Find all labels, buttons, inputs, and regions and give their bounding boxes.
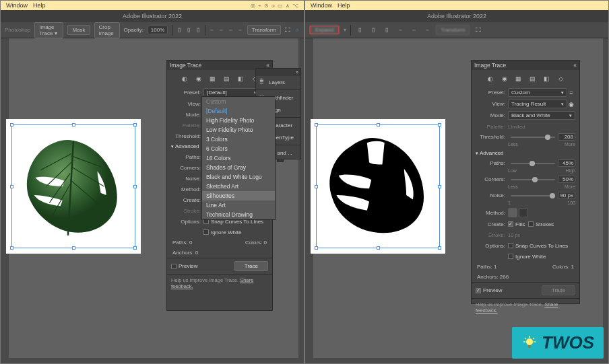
transform-button[interactable]: Transform <box>436 25 470 35</box>
threshold-value-field[interactable]: 208 <box>558 133 575 141</box>
handle-icon[interactable] <box>438 123 441 126</box>
preview-checkbox[interactable]: Preview <box>476 287 502 293</box>
distribute-icon[interactable]: ⎓ <box>422 26 432 35</box>
view-select[interactable]: Tracing Result▾ <box>508 100 567 108</box>
preset-option-shades-gray[interactable]: Shades of Gray <box>202 163 275 172</box>
opacity-value-field[interactable]: 100% <box>148 26 168 34</box>
handle-icon[interactable] <box>133 185 137 188</box>
distribute-icon[interactable]: ⎓ <box>395 26 405 35</box>
align-icon[interactable]: ▯ <box>382 26 391 35</box>
outline-icon[interactable]: ◇ <box>556 74 565 83</box>
menu-help[interactable]: Help <box>338 2 350 9</box>
fullscreen-icon[interactable]: ⛶ <box>285 26 290 35</box>
black-white-icon[interactable]: ◧ <box>236 74 245 83</box>
handle-icon[interactable] <box>377 246 380 250</box>
noise-value-field[interactable]: 90 px <box>558 192 575 199</box>
crop-image-button[interactable]: Crop Image <box>94 22 120 38</box>
selection-frame[interactable] <box>11 124 135 248</box>
threshold-slider[interactable] <box>511 137 555 138</box>
method-abutting-icon[interactable] <box>508 208 517 217</box>
handle-icon[interactable] <box>133 246 137 250</box>
selection-frame[interactable] <box>316 124 440 248</box>
panel-titlebar[interactable]: Image Trace « <box>472 61 579 70</box>
preset-option-line-art[interactable]: Line Art <box>202 201 275 210</box>
handle-icon[interactable] <box>133 123 137 126</box>
preset-option-low-fidelity[interactable]: Low Fidelity Photo <box>202 125 275 135</box>
strokes-checkbox[interactable]: Strokes <box>528 221 554 227</box>
preset-option-sketched[interactable]: Sketched Art <box>202 182 275 191</box>
handle-icon[interactable] <box>72 123 75 126</box>
menu-help[interactable]: Help <box>33 2 46 9</box>
preset-option-bw-logo[interactable]: Black and White Logo <box>202 172 275 182</box>
align-icon[interactable]: ▯ <box>355 26 364 35</box>
image-trace-panel[interactable]: Image Trace « ◐ ◉ ▦ ▤ ◧ ◇ Preset: Custom… <box>471 60 580 304</box>
handle-icon[interactable] <box>438 246 441 250</box>
distribute-icon[interactable]: ⎓ <box>238 26 243 35</box>
high-color-icon[interactable]: ◉ <box>194 74 203 83</box>
high-color-icon[interactable]: ◉ <box>500 74 509 83</box>
snap-curves-checkbox[interactable]: Snap Curves To Lines <box>508 243 568 249</box>
corners-slider[interactable] <box>511 179 555 180</box>
paths-slider[interactable] <box>511 163 555 164</box>
noise-slider[interactable] <box>511 195 555 196</box>
handle-icon[interactable] <box>315 185 318 188</box>
view-eye-icon[interactable]: ◉ <box>567 101 575 108</box>
auto-color-icon[interactable]: ◐ <box>486 74 494 83</box>
panel-collapse-icon[interactable]: « <box>573 62 577 69</box>
preset-option-6-colors[interactable]: 6 Colors <box>202 144 275 153</box>
low-color-icon[interactable]: ▦ <box>514 74 523 83</box>
grayscale-icon[interactable]: ▤ <box>222 74 231 83</box>
align-center-icon[interactable]: ▯ <box>186 26 191 35</box>
preset-option-technical[interactable]: Technical Drawing <box>202 210 275 219</box>
fills-checkbox[interactable]: Fills <box>508 221 525 227</box>
handle-icon[interactable] <box>438 185 441 188</box>
preview-checkbox[interactable]: Preview <box>171 263 197 269</box>
align-icon[interactable]: ▯ <box>368 26 378 35</box>
menu-window[interactable]: Window <box>311 2 332 9</box>
transform-button[interactable]: Transform <box>247 25 281 35</box>
mode-select[interactable]: Black and White▾ <box>508 111 575 120</box>
align-right-icon[interactable]: ▯ <box>195 26 201 35</box>
preset-option-3-colors[interactable]: 3 Colors <box>202 135 275 144</box>
preset-option-custom[interactable]: Custom <box>202 97 275 106</box>
handle-icon[interactable] <box>72 246 75 250</box>
dock-titlebar[interactable]: » <box>256 69 300 76</box>
ignore-white-checkbox[interactable]: Ignore White <box>508 254 546 260</box>
trace-button[interactable]: Trace <box>542 285 575 295</box>
handle-icon[interactable] <box>10 123 13 126</box>
preset-option-silhouettes[interactable]: Silhouettes <box>202 191 275 201</box>
ignore-white-checkbox[interactable]: Ignore White <box>203 229 241 235</box>
layers-panel-item[interactable]: ≣Layers <box>256 76 300 88</box>
handle-icon[interactable] <box>377 123 380 126</box>
auto-color-icon[interactable]: ◐ <box>180 74 189 83</box>
black-white-icon[interactable]: ◧ <box>542 74 551 83</box>
corners-value-field[interactable]: 50% <box>558 176 575 183</box>
preset-option-high-fidelity[interactable]: High Fidelity Photo <box>202 116 275 125</box>
handle-icon[interactable] <box>315 246 318 250</box>
expand-button[interactable]: Expand <box>311 25 338 35</box>
image-trace-button[interactable]: Image Trace ▾ <box>34 22 63 38</box>
user-icon[interactable]: ○ <box>294 26 300 35</box>
preset-option-default[interactable]: [Default] <box>202 106 275 116</box>
menu-window[interactable]: Window <box>6 2 28 9</box>
align-left-icon[interactable]: ▯ <box>177 26 182 35</box>
distribute-icon[interactable]: ⎓ <box>409 26 418 35</box>
distribute-icon[interactable]: ⎓ <box>210 26 215 35</box>
grayscale-icon[interactable]: ▤ <box>528 74 537 83</box>
mask-button[interactable]: Mask <box>67 25 90 35</box>
distribute-icon[interactable]: ⎓ <box>219 26 224 35</box>
low-color-icon[interactable]: ▦ <box>208 74 217 83</box>
paths-value-field[interactable]: 45% <box>558 159 575 167</box>
handle-icon[interactable] <box>10 246 13 250</box>
trace-button[interactable]: Trace <box>234 261 268 271</box>
method-overlapping-icon[interactable] <box>519 208 528 217</box>
distribute-icon[interactable]: ⎓ <box>228 26 234 35</box>
preset-menu-icon[interactable]: ≡ <box>567 89 575 96</box>
handle-icon[interactable] <box>315 123 318 126</box>
preset-dropdown-menu[interactable]: Custom [Default] High Fidelity Photo Low… <box>201 96 276 220</box>
preset-select[interactable]: Custom▾ <box>508 88 567 97</box>
handle-icon[interactable] <box>10 185 13 188</box>
preset-option-16-colors[interactable]: 16 Colors <box>202 153 275 163</box>
collapse-dock-icon[interactable]: » <box>296 70 298 75</box>
advanced-section-header[interactable]: Advanced <box>472 148 579 158</box>
